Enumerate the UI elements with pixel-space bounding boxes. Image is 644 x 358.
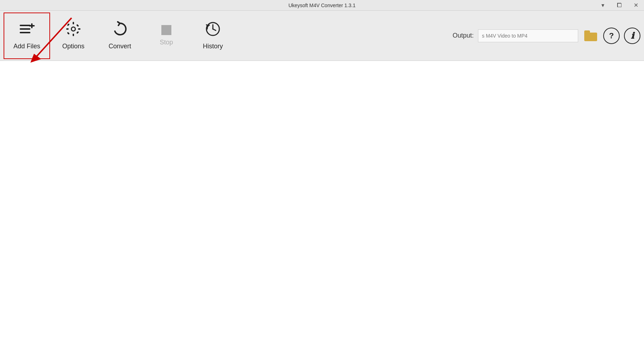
browse-folder-button[interactable]: [582, 28, 599, 44]
restore-button[interactable]: ⧠: [611, 0, 628, 11]
svg-rect-10: [78, 28, 80, 30]
options-label: Options: [62, 43, 84, 50]
folder-icon: [584, 30, 597, 41]
options-button[interactable]: Options: [50, 13, 97, 59]
info-button[interactable]: ℹ: [624, 28, 640, 44]
svg-rect-2: [20, 32, 30, 33]
add-files-button[interactable]: Add Files: [4, 13, 50, 59]
output-label: Output:: [453, 32, 474, 39]
help-icon: ?: [609, 31, 614, 40]
svg-rect-8: [73, 34, 74, 36]
svg-point-6: [72, 28, 75, 30]
svg-rect-14: [76, 31, 79, 34]
help-button[interactable]: ?: [603, 28, 620, 44]
title-bar: Ukeysoft M4V Converter 1.3.1 ▾ ⧠ ✕: [0, 0, 644, 11]
svg-rect-0: [20, 25, 30, 26]
options-icon: [65, 21, 81, 39]
svg-rect-4: [29, 25, 35, 26]
svg-rect-11: [67, 23, 70, 26]
minimize-button[interactable]: ▾: [595, 0, 611, 11]
window-controls: ▾ ⧠ ✕: [595, 0, 644, 10]
svg-rect-1: [20, 28, 30, 30]
svg-rect-13: [76, 24, 79, 27]
toolbar: Add Files Options: [0, 11, 644, 61]
output-input[interactable]: [478, 29, 578, 42]
app-title: Ukeysoft M4V Converter 1.3.1: [288, 3, 356, 8]
convert-button[interactable]: Convert: [97, 13, 143, 59]
stop-label: Stop: [160, 39, 173, 46]
close-button[interactable]: ✕: [628, 0, 644, 11]
stop-button[interactable]: Stop: [143, 13, 190, 59]
add-files-icon: [19, 21, 35, 39]
history-icon: [205, 21, 221, 39]
history-button[interactable]: History: [190, 13, 236, 59]
history-label: History: [203, 43, 223, 50]
info-icon: ℹ: [631, 31, 634, 41]
svg-rect-12: [67, 32, 70, 35]
svg-rect-9: [66, 28, 69, 30]
svg-line-17: [213, 29, 216, 30]
convert-label: Convert: [108, 43, 131, 50]
stop-icon: [161, 25, 171, 35]
convert-icon: [112, 21, 128, 39]
main-content: [0, 61, 644, 358]
output-area: Output: ? ℹ: [453, 28, 640, 44]
add-files-label: Add Files: [13, 43, 40, 50]
svg-rect-7: [73, 22, 74, 24]
